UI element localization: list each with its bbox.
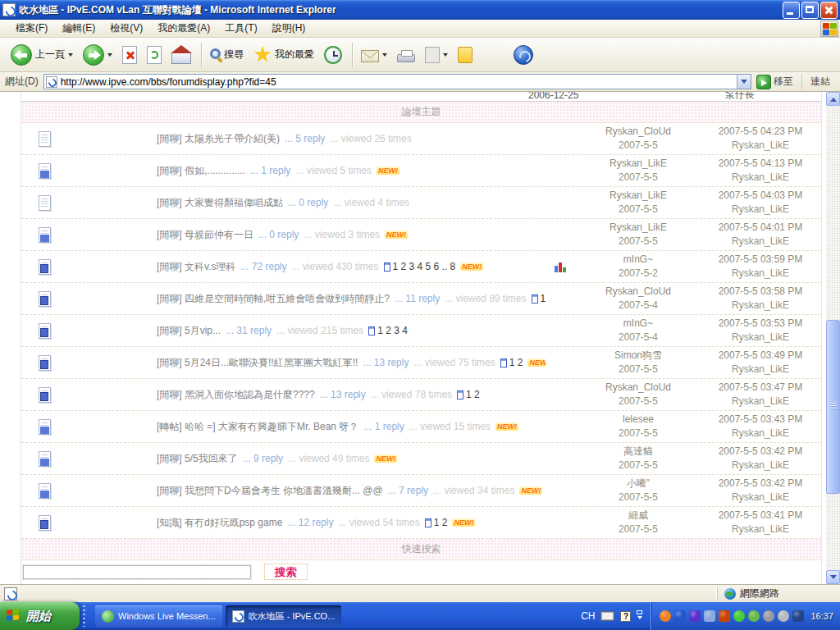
last-post-author-link[interactable]: Ryskan_LikE (700, 171, 821, 185)
quick-search-button[interactable]: 搜索 (264, 564, 308, 580)
links-toolbar[interactable]: 連結 (801, 75, 830, 89)
last-post-author-link[interactable]: Ryskan_LikE (700, 267, 821, 281)
topic-title-link[interactable]: [閒聊] 假如,.............. (157, 164, 245, 178)
topic-pages-links[interactable]: 1 2 (532, 293, 546, 304)
download-manager-icon[interactable] (660, 610, 671, 622)
topic-pages-links[interactable]: 1 2 (425, 517, 448, 528)
forward-button[interactable] (79, 42, 116, 68)
topic-reply-link[interactable]: ... 5 reply (285, 133, 325, 144)
topic-author-link[interactable]: Ryskan_CloUd (577, 381, 700, 395)
pages-numbers[interactable]: 1 2 (466, 389, 480, 400)
bitcomet-icon[interactable] (674, 610, 686, 622)
mail-dropdown-icon[interactable] (382, 53, 387, 59)
topic-pages-links[interactable]: 1 2 3 4 5 6 .. 8 (384, 261, 456, 272)
discuss-button[interactable] (454, 44, 477, 66)
restore-langbar-icon[interactable] (637, 610, 642, 614)
topic-title-link[interactable]: [閒聊] 大家覺得顏福偉唱成點 (157, 196, 283, 210)
last-post-author-link[interactable]: Ryskan_LikE (700, 299, 821, 313)
topic-title-link[interactable]: [閒聊] 5/5我回來了 (157, 452, 238, 466)
topic-author-link[interactable]: 細威 (577, 509, 700, 523)
topic-title-link[interactable]: [轉帖] 哈哈 =] 大家有冇興趣睇下Mr. Bean 呀？ (157, 420, 358, 434)
messenger-button[interactable] (509, 43, 537, 67)
topic-author-link[interactable]: Simon狗雪 (577, 349, 700, 363)
language-indicator[interactable]: CH (581, 610, 595, 622)
topic-reply-link[interactable]: ... 1 reply (363, 421, 404, 432)
refresh-button[interactable] (143, 43, 166, 66)
topic-title-link[interactable]: [閒聊] 我想問下D今屆會考生 你地溫書溫幾耐... @@ (157, 484, 383, 498)
pages-numbers[interactable]: 1 2 (541, 293, 546, 304)
last-post-author-link[interactable]: Ryskan_LikE (700, 139, 821, 153)
keyboard-layout-icon[interactable] (600, 611, 614, 621)
topic-title-link[interactable]: [閒聊] 太陽糸光子帶介紹(美) (157, 132, 280, 146)
topic-reply-link[interactable]: ... 7 reply (388, 485, 428, 496)
update-icon[interactable] (778, 610, 789, 622)
start-button[interactable]: 開始 (0, 602, 80, 630)
address-dropdown-button[interactable] (737, 75, 751, 89)
pages-numbers[interactable]: 1 2 (434, 517, 448, 528)
topic-title-link[interactable]: [閒聊] 黑洞入面你地認為是什麼???? (157, 388, 315, 402)
topic-reply-link[interactable]: ... 0 reply (258, 229, 299, 240)
mail-button[interactable] (357, 45, 391, 65)
scrollbar-thumb[interactable] (826, 320, 840, 494)
topic-reply-link[interactable]: ... 12 reply (287, 517, 333, 528)
topic-reply-link[interactable]: ... 13 reply (363, 357, 409, 368)
last-post-author-link[interactable]: Ryskan_LikE (700, 459, 821, 472)
topic-author-link[interactable]: Ryskan_CloUd (577, 285, 700, 299)
quick-launch-grip[interactable] (83, 605, 85, 627)
pages-numbers[interactable]: 1 2 (509, 357, 523, 368)
topic-author-link[interactable]: Ryskan_CloUd (577, 125, 700, 139)
topic-reply-link[interactable]: ... 0 reply (288, 197, 328, 208)
sound-scheme-icon[interactable] (763, 610, 774, 622)
search-button[interactable]: 搜尋 (206, 45, 248, 64)
volume-icon[interactable] (719, 610, 730, 622)
topic-reply-link[interactable]: ... 1 reply (250, 165, 290, 176)
topic-author-link[interactable]: 高達貓 (577, 445, 700, 459)
topic-title-link[interactable]: [閒聊] 文科v.s理科 (157, 260, 235, 274)
minimize-button[interactable] (783, 2, 800, 19)
topic-reply-link[interactable]: ... 31 reply (226, 325, 272, 336)
task-button-ie-active[interactable]: 吹水地區 - IPvE.CO... (226, 605, 342, 627)
topic-author-link[interactable]: 小曦" (577, 477, 700, 491)
last-post-author-link[interactable]: Ryskan_LikE (700, 235, 821, 249)
topic-title-link[interactable]: [閒聊] 5月vip... (157, 324, 221, 338)
menu-view[interactable]: 檢視(V) (103, 19, 150, 38)
go-button[interactable]: 移至 (756, 75, 793, 89)
display-settings-icon[interactable] (792, 610, 804, 622)
topic-reply-link[interactable]: ... 9 reply (243, 453, 283, 464)
topic-author-link[interactable]: mInG~ (577, 253, 700, 267)
msn-status-icon[interactable] (733, 610, 745, 622)
topic-author-link[interactable]: Ryskan_LikE (577, 189, 700, 203)
language-help-icon[interactable]: ? (620, 611, 631, 622)
pages-numbers[interactable]: 1 2 3 4 (377, 325, 408, 336)
topic-author-link[interactable]: lelesee (577, 413, 700, 427)
forward-dropdown-icon[interactable] (107, 53, 112, 59)
menu-file[interactable]: 檔案(F) (8, 19, 55, 38)
quick-search-input[interactable] (23, 565, 251, 579)
pages-numbers[interactable]: 1 2 3 4 5 6 .. 8 (393, 261, 456, 272)
topic-title-link[interactable]: [閒聊] 四維是空間時間軸,咁五維會唔會做到時間靜止? (157, 292, 390, 306)
stop-button[interactable] (118, 43, 141, 66)
scroll-up-button[interactable] (826, 92, 840, 106)
print-button[interactable] (393, 45, 419, 65)
topic-author-link[interactable]: mInG~ (577, 317, 700, 331)
ime-tool-icon[interactable] (704, 610, 715, 622)
language-bar-options[interactable] (637, 610, 642, 622)
home-button[interactable] (167, 43, 195, 66)
topic-pages-links[interactable]: 1 2 3 4 (368, 325, 408, 336)
last-post-author-link[interactable]: Ryskan_LikE (700, 331, 821, 345)
last-post-author-link[interactable]: Ryskan_LikE (700, 491, 821, 504)
history-button[interactable] (320, 43, 346, 66)
menu-favorites[interactable]: 我的最愛(A) (150, 19, 217, 38)
topic-reply-link[interactable]: ... 72 reply (240, 261, 286, 272)
last-post-author-link[interactable]: Ryskan_LikE (700, 523, 821, 536)
task-button-messenger[interactable]: Windows Live Messen... (95, 605, 222, 627)
back-button[interactable]: 上一頁 (7, 42, 77, 68)
topic-author-link[interactable]: Ryskan_LikE (577, 157, 700, 171)
last-post-author-link[interactable]: Ryskan_LikE (700, 427, 821, 441)
antivirus-shield-icon[interactable] (689, 610, 701, 622)
last-post-author-link[interactable]: Ryskan_LikE (700, 203, 821, 217)
langbar-menu-icon[interactable] (637, 616, 642, 622)
maximize-button[interactable] (801, 2, 819, 19)
topic-reply-link[interactable]: ... 11 reply (395, 293, 440, 304)
favorites-button[interactable]: 我的最愛 (249, 43, 318, 66)
